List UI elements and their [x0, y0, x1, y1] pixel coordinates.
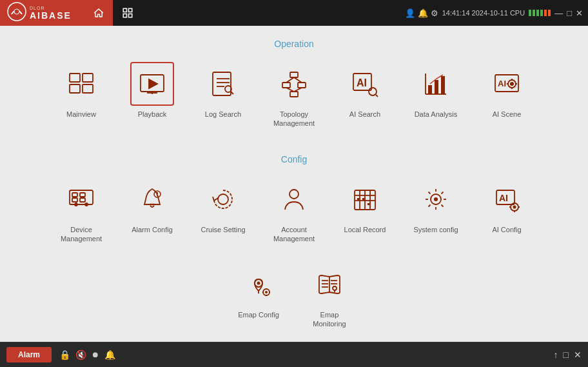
topbar-settings-icon[interactable]: ⚙	[431, 8, 438, 18]
topbar: DLOR AIBASE 👤 🔔 ⚙ 14:41:14 2024-10-11 CP…	[0, 0, 588, 26]
nav-home-btn[interactable]	[84, 0, 113, 26]
svg-rect-6	[70, 74, 80, 82]
alarm-config-item[interactable]: Alarm Config	[126, 177, 178, 244]
svg-point-52	[85, 203, 88, 206]
ai-search-item[interactable]: AI AI Search	[339, 62, 391, 128]
svg-point-51	[75, 203, 77, 206]
config-title: Config	[26, 154, 562, 164]
local-record-icon	[351, 185, 379, 213]
emap-config-icon-box	[237, 263, 280, 306]
svg-point-57	[218, 194, 228, 204]
nav-grid-btn[interactable]	[113, 0, 142, 26]
mainview-icon	[67, 70, 95, 98]
svg-rect-66	[362, 198, 364, 200]
log-search-icon-box	[201, 62, 245, 106]
svg-rect-46	[72, 193, 77, 197]
main-content: Operation Mainview	[0, 26, 588, 342]
svg-line-77	[429, 204, 431, 206]
playback-label: Playback	[138, 110, 167, 119]
alarm-button[interactable]: Alarm	[6, 347, 52, 362]
svg-line-24	[286, 77, 294, 83]
config-grid: Device Management Alarm Config	[26, 177, 562, 329]
playback-item[interactable]: Playback	[126, 62, 178, 128]
speaker-icon[interactable]: 🔇	[75, 350, 86, 360]
local-record-item[interactable]: Local Record	[339, 177, 391, 244]
svg-point-69	[434, 197, 438, 201]
svg-marker-11	[149, 79, 157, 88]
svg-rect-49	[80, 198, 85, 202]
datetime-display: 14:41:14 2024-10-11 CPU	[442, 9, 525, 17]
alarm-config-icon	[138, 185, 166, 213]
svg-point-40	[510, 82, 514, 86]
svg-rect-2	[123, 8, 126, 12]
statusbar-box-icon[interactable]: □	[564, 350, 569, 360]
playback-icon	[138, 70, 166, 98]
cruise-setting-item[interactable]: Cruise Setting	[197, 177, 249, 244]
svg-rect-34	[428, 85, 432, 94]
data-analysis-icon-box	[414, 62, 458, 106]
record-icon[interactable]: ⏺	[92, 350, 99, 359]
config-section: Config Device Management	[26, 154, 562, 329]
alarm-config-label: Alarm Config	[132, 225, 173, 234]
svg-rect-23	[290, 92, 298, 97]
bell-icon[interactable]: 🔔	[104, 350, 115, 360]
statusbar: Alarm 🔒 🔇 ⏺ 🔔 ↑ □ ✕	[0, 342, 588, 367]
lock-icon[interactable]: 🔒	[59, 350, 70, 360]
data-analysis-item[interactable]: Data Analysis	[410, 62, 462, 128]
svg-text:AI: AI	[498, 79, 506, 88]
svg-rect-7	[83, 74, 93, 82]
emap-config-icon	[244, 270, 273, 299]
local-record-icon-box	[343, 177, 387, 221]
ai-config-item[interactable]: AI AI Config	[481, 177, 533, 244]
emap-config-item[interactable]: Emap Config	[233, 263, 284, 329]
ai-search-icon: AI	[351, 70, 379, 98]
topbar-bell-icon[interactable]: 🔔	[418, 8, 428, 18]
ai-scene-item[interactable]: AI AI Scene	[481, 62, 533, 128]
emap-monitoring-label: Emap Monitoring	[313, 310, 346, 329]
account-management-icon	[280, 185, 308, 213]
device-management-icon-box	[59, 177, 103, 221]
playback-icon-box	[130, 62, 174, 106]
logo-icon	[6, 1, 27, 22]
mainview-icon-box	[59, 62, 103, 106]
log-search-item[interactable]: Log Search	[197, 62, 249, 128]
maximize-btn[interactable]: □	[567, 8, 572, 18]
svg-point-81	[513, 205, 516, 208]
home-icon	[93, 7, 104, 19]
grid-icon	[122, 7, 133, 19]
svg-rect-21	[282, 83, 290, 88]
close-btn[interactable]: ✕	[576, 8, 583, 18]
svg-rect-22	[298, 83, 306, 88]
device-management-item[interactable]: Device Management	[55, 177, 107, 244]
ai-scene-label: AI Scene	[493, 110, 522, 119]
ai-config-icon: AI	[493, 185, 521, 213]
account-management-label: Account Management	[273, 225, 315, 244]
statusbar-close-icon[interactable]: ✕	[574, 350, 582, 360]
device-management-icon	[67, 185, 95, 213]
topology-item[interactable]: Topology Management	[268, 62, 320, 128]
svg-point-101	[333, 286, 337, 290]
ai-search-label: AI Search	[349, 110, 380, 119]
svg-text:AI: AI	[357, 77, 367, 88]
emap-monitoring-item[interactable]: Emap Monitoring	[304, 263, 355, 329]
system-config-item[interactable]: System config	[410, 177, 462, 244]
emap-monitoring-icon	[315, 270, 344, 299]
local-record-label: Local Record	[344, 225, 386, 234]
ai-scene-icon-box: AI	[485, 62, 529, 106]
account-management-item[interactable]: Account Management	[268, 177, 320, 244]
svg-line-75	[442, 204, 444, 206]
mainview-label: Mainview	[66, 110, 96, 119]
topology-icon-box	[272, 62, 316, 106]
cruise-setting-icon-box	[201, 177, 245, 221]
svg-rect-3	[128, 8, 132, 12]
statusbar-up-icon[interactable]: ↑	[554, 350, 558, 360]
svg-rect-65	[357, 198, 359, 200]
topbar-user-icon[interactable]: 👤	[405, 8, 415, 18]
logo-sub: DLOR	[30, 6, 72, 10]
mainview-item[interactable]: Mainview	[55, 62, 107, 128]
minimize-btn[interactable]: —	[554, 8, 563, 18]
svg-line-27	[294, 88, 302, 92]
status-icons: 🔒 🔇 ⏺ 🔔	[59, 350, 115, 360]
svg-line-74	[429, 192, 431, 193]
svg-point-87	[257, 282, 260, 285]
